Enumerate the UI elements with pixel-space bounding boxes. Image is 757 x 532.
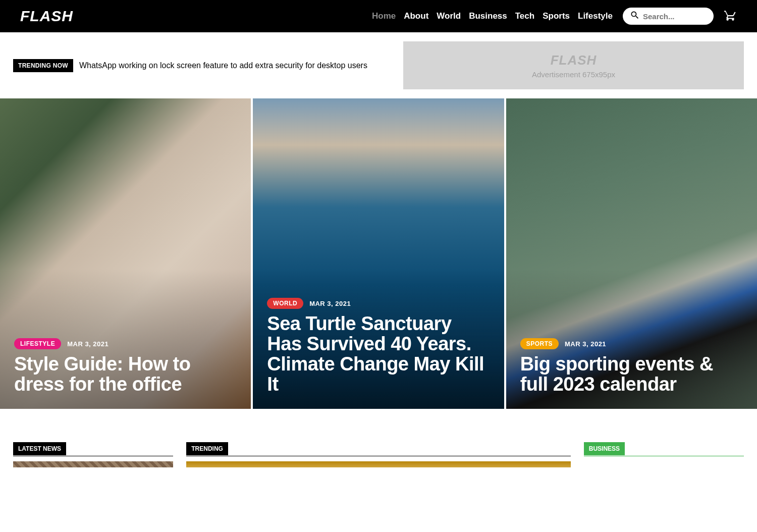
- top-row: TRENDING NOW WhatsApp working on lock sc…: [0, 32, 757, 98]
- nav-item-business[interactable]: Business: [469, 11, 507, 21]
- hero-card-world[interactable]: WORLD MAR 3, 2021 Sea Turtle Sanctuary H…: [253, 98, 504, 409]
- nav-item-tech[interactable]: Tech: [515, 11, 534, 21]
- nav-item-home[interactable]: Home: [372, 11, 396, 21]
- trending-ticker: TRENDING NOW WhatsApp working on lock sc…: [13, 59, 367, 72]
- business-block: BUSINESS: [584, 444, 744, 471]
- nav-links: Home About World Business Tech Sports Li…: [372, 11, 613, 21]
- section-header: BUSINESS: [584, 444, 744, 456]
- section-label-business: BUSINESS: [584, 442, 625, 455]
- section-header: TRENDING: [186, 444, 570, 456]
- trending-block: TRENDING: [186, 444, 570, 471]
- site-header: FLASH Home About World Business Tech Spo…: [0, 0, 757, 32]
- article-date: MAR 3, 2021: [67, 340, 109, 348]
- hero-title[interactable]: Style Guide: How to dress for the office: [14, 354, 237, 395]
- hero-title[interactable]: Big sporting events & full 2023 calendar: [520, 354, 743, 395]
- article-thumb[interactable]: [186, 461, 570, 467]
- section-label-latest: LATEST NEWS: [13, 442, 66, 455]
- category-pill[interactable]: WORLD: [267, 298, 303, 309]
- latest-news-block: LATEST NEWS: [13, 444, 173, 471]
- article-thumb[interactable]: [13, 461, 173, 467]
- sections-row: LATEST NEWS TRENDING BUSINESS: [0, 409, 757, 471]
- category-pill[interactable]: SPORTS: [520, 338, 559, 349]
- brand-logo[interactable]: FLASH: [20, 8, 73, 25]
- ad-size-label: Advertisement 675x95px: [532, 70, 615, 79]
- search-input[interactable]: [643, 12, 707, 21]
- article-date: MAR 3, 2021: [565, 340, 606, 348]
- ticker-headline[interactable]: WhatsApp working on lock screen feature …: [79, 61, 367, 70]
- hero-title[interactable]: Sea Turtle Sanctuary Has Survived 40 Yea…: [267, 314, 490, 395]
- search-box[interactable]: [623, 8, 714, 25]
- nav-item-world[interactable]: World: [437, 11, 461, 21]
- trending-tag: TRENDING NOW: [13, 59, 73, 72]
- cart-icon[interactable]: [724, 9, 737, 24]
- section-label-trending: TRENDING: [186, 442, 228, 455]
- nav-item-sports[interactable]: Sports: [543, 11, 570, 21]
- hero-grid: LIFESTYLE MAR 3, 2021 Style Guide: How t…: [0, 98, 757, 409]
- search-icon: [630, 10, 640, 22]
- hero-card-sports[interactable]: SPORTS MAR 3, 2021 Big sporting events &…: [506, 98, 757, 409]
- category-pill[interactable]: LIFESTYLE: [14, 338, 61, 349]
- hero-card-lifestyle[interactable]: LIFESTYLE MAR 3, 2021 Style Guide: How t…: [0, 98, 251, 409]
- nav-item-lifestyle[interactable]: Lifestyle: [578, 11, 613, 21]
- header-right: Home About World Business Tech Sports Li…: [372, 8, 737, 25]
- advertisement-slot[interactable]: FLASH Advertisement 675x95px: [403, 41, 744, 89]
- ad-logo-text: FLASH: [551, 52, 597, 68]
- section-header: LATEST NEWS: [13, 444, 173, 456]
- article-date: MAR 3, 2021: [309, 300, 351, 307]
- nav-item-about[interactable]: About: [404, 11, 428, 21]
